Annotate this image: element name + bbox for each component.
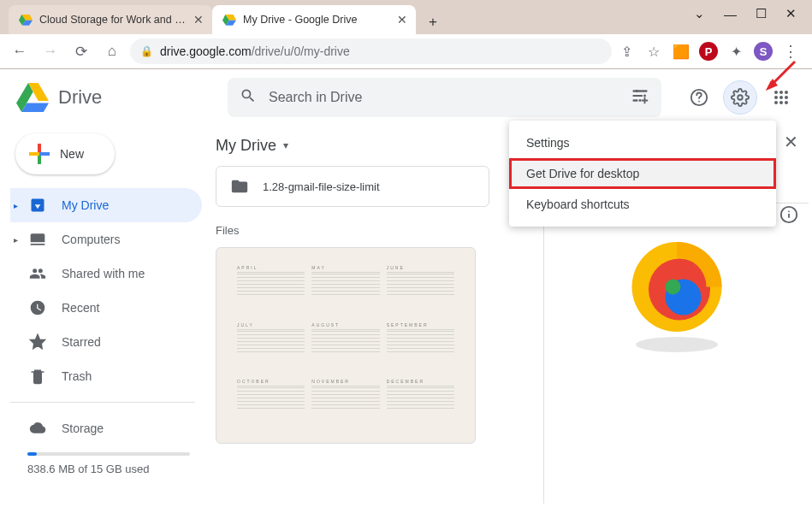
close-panel-button[interactable]: ✕ bbox=[784, 132, 798, 152]
drive-header: Drive Search in Drive Settings bbox=[3, 70, 809, 125]
files-section-label: Files bbox=[216, 224, 530, 237]
svg-point-18 bbox=[774, 96, 778, 99]
folder-icon bbox=[230, 177, 249, 196]
svg-point-10 bbox=[639, 99, 642, 102]
chevron-down-icon: ▾ bbox=[283, 139, 288, 151]
svg-rect-7 bbox=[633, 95, 643, 97]
new-tab-button[interactable]: + bbox=[421, 10, 445, 34]
sidebar-item-label: My Drive bbox=[62, 198, 109, 212]
chevron-down-icon[interactable]: ⌄ bbox=[694, 6, 705, 21]
computers-icon bbox=[29, 231, 46, 248]
search-input[interactable]: Search in Drive bbox=[228, 78, 661, 117]
window-maximize-icon[interactable]: ☐ bbox=[756, 6, 767, 21]
svg-rect-8 bbox=[633, 100, 638, 102]
shared-icon bbox=[29, 265, 46, 282]
storage-progress bbox=[27, 452, 190, 456]
drive-logo[interactable]: Drive bbox=[15, 83, 217, 112]
menu-item-settings[interactable]: Settings bbox=[509, 127, 776, 158]
drive-product-name: Drive bbox=[58, 86, 102, 109]
drive-favicon-icon bbox=[19, 13, 33, 27]
window-minimize-icon[interactable]: — bbox=[724, 7, 737, 21]
address-bar: ← → ⟳ ⌂ 🔒 drive.google.com/drive/u/0/my-… bbox=[0, 34, 812, 68]
new-button[interactable]: New bbox=[15, 133, 115, 174]
close-icon[interactable]: ✕ bbox=[397, 13, 407, 27]
extension-icon[interactable]: 🟧 bbox=[672, 42, 690, 61]
sidebar-item-computers[interactable]: ▸ Computers bbox=[10, 222, 202, 256]
folder-name: 1.28-gmail-file-size-limit bbox=[263, 180, 380, 193]
close-icon[interactable]: ✕ bbox=[193, 13, 204, 27]
sidebar-item-starred[interactable]: Starred bbox=[10, 325, 202, 359]
svg-point-32 bbox=[665, 280, 680, 295]
bookmark-star-icon[interactable]: ☆ bbox=[644, 42, 663, 61]
menu-item-get-drive-desktop[interactable]: Get Drive for desktop bbox=[509, 158, 776, 189]
caret-right-icon: ▸ bbox=[14, 235, 18, 245]
svg-point-20 bbox=[785, 96, 788, 99]
sidebar-item-shared[interactable]: Shared with me bbox=[10, 256, 202, 291]
svg-point-13 bbox=[698, 101, 700, 103]
sidebar-item-my-drive[interactable]: ▸ My Drive bbox=[10, 188, 202, 222]
browser-tab[interactable]: Cloud Storage for Work and Home ✕ bbox=[9, 5, 212, 34]
svg-point-22 bbox=[779, 101, 783, 104]
star-icon bbox=[29, 333, 46, 351]
sidebar-item-label: Storage bbox=[62, 422, 104, 435]
sidebar-item-label: Shared with me bbox=[62, 267, 145, 280]
tab-title: Cloud Storage for Work and Home bbox=[39, 14, 187, 26]
settings-button[interactable] bbox=[723, 80, 757, 115]
svg-point-23 bbox=[785, 101, 788, 104]
search-placeholder: Search in Drive bbox=[269, 90, 619, 105]
svg-rect-6 bbox=[633, 91, 648, 92]
help-button[interactable] bbox=[682, 80, 716, 115]
breadcrumb-label: My Drive bbox=[216, 137, 276, 155]
browser-chrome: ⌄ — ☐ ✕ Cloud Storage for Work and Home … bbox=[0, 0, 812, 69]
details-hero-illustration bbox=[544, 203, 809, 357]
drive-favicon-icon bbox=[222, 13, 236, 27]
sidebar-item-trash[interactable]: Trash bbox=[10, 359, 202, 393]
svg-marker-27 bbox=[31, 335, 45, 349]
forward-button[interactable]: → bbox=[38, 38, 63, 64]
drive-app: Drive Search in Drive Settings bbox=[3, 70, 809, 504]
sidebar-item-label: Recent bbox=[62, 301, 99, 315]
reload-button[interactable]: ⟳ bbox=[68, 38, 94, 64]
plus-icon bbox=[29, 144, 50, 164]
trash-icon bbox=[29, 368, 46, 385]
settings-menu: Settings Get Drive for desktop Keyboard … bbox=[509, 121, 776, 227]
window-close-icon[interactable]: ✕ bbox=[785, 6, 797, 21]
svg-point-11 bbox=[636, 90, 638, 92]
sidebar-item-recent[interactable]: Recent bbox=[10, 291, 202, 325]
svg-point-19 bbox=[779, 96, 783, 99]
tab-title: My Drive - Google Drive bbox=[243, 14, 390, 26]
kebab-menu-icon[interactable]: ⋮ bbox=[781, 42, 800, 61]
svg-point-14 bbox=[738, 95, 743, 100]
file-thumbnail[interactable]: APRIL MAY JUNE JULY AUGUST SEPTEMBER OCT… bbox=[216, 247, 476, 444]
pinterest-icon[interactable]: P bbox=[699, 42, 718, 61]
search-options-icon[interactable] bbox=[631, 86, 649, 109]
browser-tab[interactable]: My Drive - Google Drive ✕ bbox=[212, 5, 416, 34]
home-button[interactable]: ⌂ bbox=[99, 38, 125, 64]
profile-avatar[interactable]: S bbox=[754, 42, 773, 61]
search-icon bbox=[240, 87, 257, 109]
sidebar: New ▸ My Drive ▸ Computers Shared with m… bbox=[3, 125, 202, 504]
lock-icon: 🔒 bbox=[140, 45, 153, 57]
cloud-icon bbox=[29, 420, 46, 437]
sidebar-item-storage[interactable]: Storage bbox=[10, 411, 202, 445]
folder-item[interactable]: 1.28-gmail-file-size-limit bbox=[216, 166, 489, 207]
share-icon[interactable]: ⇪ bbox=[617, 42, 636, 61]
menu-item-keyboard-shortcuts[interactable]: Keyboard shortcuts bbox=[509, 189, 776, 220]
sidebar-item-label: Starred bbox=[62, 335, 101, 349]
svg-point-21 bbox=[774, 101, 778, 104]
main-content: My Drive ▾ 1.28-gmail-file-size-limit Fi… bbox=[202, 125, 543, 504]
svg-point-9 bbox=[643, 95, 646, 97]
sidebar-item-label: Computers bbox=[62, 233, 120, 246]
annotation-arrow bbox=[762, 60, 797, 94]
storage-usage-text: 838.6 MB of 15 GB used bbox=[10, 463, 202, 475]
extensions-puzzle-icon[interactable]: ✦ bbox=[726, 42, 745, 61]
new-button-label: New bbox=[60, 147, 84, 161]
svg-point-28 bbox=[636, 337, 718, 352]
breadcrumb[interactable]: My Drive ▾ bbox=[216, 125, 530, 166]
recent-icon bbox=[29, 299, 46, 316]
sidebar-item-label: Trash bbox=[62, 369, 92, 383]
drive-logo-icon bbox=[15, 83, 50, 112]
url-input[interactable]: 🔒 drive.google.com/drive/u/0/my-drive bbox=[130, 38, 612, 64]
url-text: drive.google.com/drive/u/0/my-drive bbox=[160, 44, 350, 58]
back-button[interactable]: ← bbox=[7, 38, 33, 64]
